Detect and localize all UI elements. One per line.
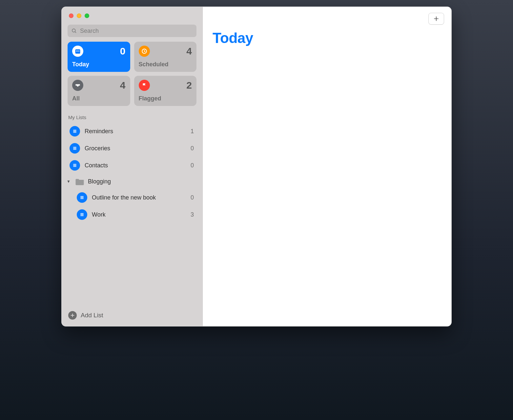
smart-flagged-count: 2 xyxy=(186,80,192,91)
smart-today-count: 0 xyxy=(120,46,126,57)
plus-icon xyxy=(433,15,440,22)
calendar-today-icon xyxy=(72,46,83,57)
list-item-count: 0 xyxy=(191,162,196,169)
list-bullet-icon xyxy=(70,126,80,136)
svg-line-1 xyxy=(75,32,76,33)
list-item-groceries[interactable]: Groceries 0 xyxy=(65,140,199,157)
list-item-contacts[interactable]: Contacts 0 xyxy=(65,157,199,174)
list-bullet-icon xyxy=(77,192,87,203)
search-container xyxy=(62,23,202,42)
list-item-work[interactable]: Work 3 xyxy=(72,206,199,223)
list-bullet-icon xyxy=(70,143,80,154)
smart-flagged-label: Flagged xyxy=(139,95,192,102)
list-item-label: Contacts xyxy=(85,162,186,169)
folder-children: Outline for the new book 0 Work 3 xyxy=(65,189,199,223)
smart-all-label: All xyxy=(72,95,126,102)
my-lists: Reminders 1 Groceries 0 Contacts 0 ▼ xyxy=(62,122,202,223)
smart-scheduled-count: 4 xyxy=(186,46,192,57)
list-item-outline[interactable]: Outline for the new book 0 xyxy=(72,189,199,206)
my-lists-header: My Lists xyxy=(62,110,202,122)
list-item-count: 0 xyxy=(191,194,196,201)
list-item-count: 3 xyxy=(191,211,196,218)
folder-item-blogging[interactable]: ▼ Blogging xyxy=(65,174,199,189)
chevron-down-icon[interactable]: ▼ xyxy=(66,179,72,184)
tray-icon xyxy=(72,80,83,91)
folder-icon xyxy=(75,177,85,186)
smart-scheduled-label: Scheduled xyxy=(139,61,192,68)
smart-list-flagged[interactable]: 2 Flagged xyxy=(134,76,197,106)
sidebar: 0 Today 4 Scheduled 4 xyxy=(62,7,203,326)
main-pane: Today xyxy=(203,7,451,326)
list-bullet-icon xyxy=(70,160,80,171)
list-bullet-icon xyxy=(77,209,87,220)
list-item-label: Work xyxy=(92,211,186,218)
add-reminder-button[interactable] xyxy=(428,13,444,25)
reminders-window: 0 Today 4 Scheduled 4 xyxy=(61,7,452,326)
smart-list-scheduled[interactable]: 4 Scheduled xyxy=(134,42,197,72)
list-item-count: 0 xyxy=(191,145,196,152)
add-list-button[interactable]: Add List xyxy=(62,306,202,326)
list-item-label: Reminders xyxy=(85,128,186,135)
list-item-label: Outline for the new book xyxy=(92,194,186,201)
window-controls xyxy=(62,7,202,23)
zoom-window-button[interactable] xyxy=(85,13,89,18)
close-window-button[interactable] xyxy=(69,13,73,18)
page-title: Today xyxy=(213,30,441,46)
search-icon xyxy=(71,28,77,34)
smart-list-today[interactable]: 0 Today xyxy=(68,42,130,72)
minimize-window-button[interactable] xyxy=(77,13,81,18)
smart-today-label: Today xyxy=(72,61,126,68)
clock-icon xyxy=(139,46,150,57)
list-item-reminders[interactable]: Reminders 1 xyxy=(65,123,199,140)
smart-all-count: 4 xyxy=(120,80,126,91)
svg-rect-4 xyxy=(76,51,77,52)
list-item-count: 1 xyxy=(191,128,196,135)
smart-list-all[interactable]: 4 All xyxy=(68,76,130,106)
smart-lists-grid: 0 Today 4 Scheduled 4 xyxy=(62,42,202,110)
plus-circle-icon xyxy=(68,311,77,320)
flag-icon xyxy=(139,80,150,91)
folder-label: Blogging xyxy=(88,178,111,185)
search-input[interactable] xyxy=(68,25,196,37)
list-item-label: Groceries xyxy=(85,145,186,152)
svg-rect-6 xyxy=(79,51,80,52)
svg-rect-5 xyxy=(77,51,78,52)
add-list-label: Add List xyxy=(81,312,103,319)
svg-point-0 xyxy=(72,29,75,32)
